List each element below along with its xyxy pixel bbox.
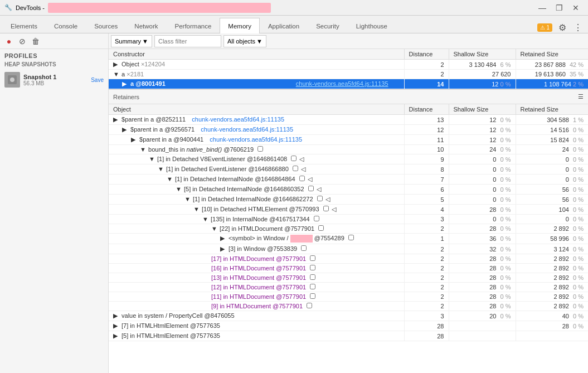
table-row[interactable]: ▼ bound_this in native_bind() @7606219 1… (109, 145, 588, 154)
class-filter-input[interactable] (154, 35, 221, 47)
node-checkbox[interactable] (317, 196, 323, 201)
shallow-cell: 0 0 % (449, 185, 516, 195)
stop-button[interactable]: ⊘ (17, 36, 28, 47)
node-checkbox[interactable] (310, 284, 315, 289)
table-row[interactable]: ▶ <symbol> in Window / @7554289 1 36 0 %… (109, 234, 588, 244)
node-checkbox[interactable] (318, 225, 324, 231)
close-button[interactable]: ✕ (568, 2, 584, 14)
expand-arrow-icon[interactable]: ▶ (220, 245, 227, 253)
expand-arrow-icon[interactable]: ▼ (193, 206, 200, 212)
table-row[interactable]: [13] in HTMLDocument @7577901 2 28 0 % 2… (109, 273, 588, 283)
table-row[interactable]: ▶ [3] in Window @7553839 2 32 0 % 3 124 … (109, 244, 588, 254)
table-row[interactable]: ▼ [10] in Detached HTMLElement @7570993 … (109, 205, 588, 215)
snapshot-item[interactable]: Snapshot 1 56.3 MB Save (0, 70, 108, 90)
table-row[interactable]: ▼ [22] in HTMLDocument @7577901 2 28 0 %… (109, 224, 588, 234)
table-row[interactable]: ▶ Object ×124204 2 3 130 484 6 % 23 867 … (109, 60, 588, 70)
record-button[interactable]: ● (3, 36, 14, 47)
chunk-link[interactable]: chunk-vendors.aea5fd64.js:11135 (296, 80, 388, 87)
table-row[interactable]: ▼ [1] in Detached EventListener @1646866… (109, 164, 588, 175)
node-checkbox[interactable] (310, 255, 315, 261)
minimize-button[interactable]: — (534, 2, 550, 14)
expand-arrow-icon[interactable]: ▶ (220, 235, 227, 242)
expand-arrow-icon[interactable]: ▼ (140, 146, 147, 153)
expand-arrow-icon[interactable]: ▶ (113, 322, 120, 330)
expand-arrow-icon[interactable]: ▼ (167, 176, 173, 182)
tab-memory[interactable]: Memory (220, 18, 260, 33)
retained-cell: 304 588 1 % (516, 115, 588, 125)
table-row[interactable]: [16] in HTMLDocument @7577901 2 28 0 % 2… (109, 264, 588, 273)
table-row[interactable]: ▼ [1] in Detached InternalNode @16468648… (109, 175, 588, 185)
table-row[interactable]: ▶ [7] in HTMLHtmlElement @7577635 28 28 … (109, 321, 588, 331)
top-table-scroll[interactable]: Constructor Distance Shallow Size Retain… (109, 49, 588, 90)
heap-snapshots-label: HEAP SNAPSHOTS (0, 60, 108, 70)
table-row[interactable]: ▼ [135] in InternalNode @4167517344 3 0 … (109, 215, 588, 224)
all-objects-dropdown[interactable]: All objects ▼ (223, 35, 266, 47)
expand-arrow-icon[interactable]: ▼ (158, 166, 164, 172)
table-row[interactable]: ▶ $parent in a @8252111 chunk-vendors.ae… (109, 115, 588, 125)
node-checkbox[interactable] (293, 166, 298, 171)
tab-application[interactable]: Application (260, 18, 308, 33)
node-checkbox[interactable] (307, 303, 312, 308)
tab-performance[interactable]: Performance (167, 18, 220, 33)
table-row[interactable]: ▼ [1] in Detached InternalNode @16468622… (109, 195, 588, 205)
tab-elements[interactable]: Elements (2, 18, 46, 33)
expand-arrow-icon[interactable]: ▼ (149, 156, 155, 162)
summary-dropdown[interactable]: Summary ▼ (111, 35, 152, 47)
expand-arrow-icon[interactable]: ▼ (202, 216, 209, 222)
tab-network[interactable]: Network (126, 18, 166, 33)
node-checkbox[interactable] (301, 245, 307, 251)
tab-lighthouse[interactable]: Lighthouse (348, 18, 396, 33)
tab-security[interactable]: Security (308, 18, 348, 33)
object-cell: ▶ $parent in a @9400441 chunk-vendors.ae… (109, 135, 404, 145)
shallow-cell: 12 0 % (449, 135, 516, 145)
shallow-cell: 0 0 % (449, 215, 516, 224)
expand-arrow-icon[interactable]: ▼ (211, 225, 218, 232)
table-row[interactable]: ▶ $parent in a @9256571 chunk-vendors.ae… (109, 125, 588, 135)
link[interactable]: chunk-vendors.aea5fd64.js:11135 (192, 116, 284, 123)
expand-arrow-icon[interactable]: ▼ (176, 186, 182, 192)
shallow-cell: 0 0 % (449, 175, 516, 185)
node-checkbox[interactable] (308, 186, 314, 191)
node-checkbox[interactable] (257, 146, 263, 152)
tab-sources[interactable]: Sources (86, 18, 126, 33)
table-row[interactable]: ▶ value in system / PropertyCell @847605… (109, 311, 588, 321)
table-row[interactable]: ▶ $parent in a @9400441 chunk-vendors.ae… (109, 135, 588, 145)
top-table: Constructor Distance Shallow Size Retain… (109, 49, 588, 89)
more-button[interactable]: ⋮ (572, 22, 584, 33)
node-checkbox[interactable] (310, 274, 315, 280)
table-row[interactable]: ▼ a ×2181 2 27 620 19 613 860 35 % (109, 70, 588, 79)
table-row[interactable]: [12] in HTMLDocument @7577901 2 28 0 % 2… (109, 283, 588, 292)
node-checkbox[interactable] (323, 206, 329, 211)
table-row[interactable]: [9] in HTMLDocument @7577901 2 28 0 % 2 … (109, 302, 588, 311)
node-checkbox[interactable] (310, 265, 315, 270)
expand-arrow-icon[interactable]: ▶ (122, 126, 129, 133)
expand-arrow-icon[interactable]: ▶ (113, 332, 120, 340)
expand-arrow-icon[interactable]: ▶ (122, 80, 129, 88)
expand-arrow-icon[interactable]: ▶ (131, 136, 138, 143)
expand-arrow-icon[interactable]: ▶ (113, 116, 120, 123)
node-checkbox[interactable] (314, 216, 319, 221)
table-row-selected[interactable]: ▶ a @8001491 chunk-vendors.aea5fd64.js:1… (109, 79, 588, 89)
save-button[interactable]: Save (91, 77, 104, 83)
node-checkbox[interactable] (310, 293, 315, 299)
expand-arrow-icon[interactable]: ▼ (113, 71, 120, 77)
pink-value (290, 235, 313, 243)
table-row[interactable]: [17] in HTMLDocument @7577901 2 28 0 % 2… (109, 254, 588, 264)
bottom-table-scroll[interactable]: Object Distance Shallow Size Retained Si… (109, 104, 588, 373)
node-checkbox[interactable] (299, 176, 305, 181)
clear-button[interactable]: 🗑 (30, 36, 41, 47)
table-row[interactable]: ▼ [1] in Detached V8EventListener @16468… (109, 154, 588, 164)
maximize-button[interactable]: ❐ (551, 2, 567, 14)
node-checkbox[interactable] (348, 235, 354, 240)
expand-arrow-icon[interactable]: ▼ (184, 196, 191, 202)
node-checkbox[interactable] (291, 156, 297, 161)
tab-console[interactable]: Console (46, 18, 86, 33)
table-row[interactable]: ▶ [5] in HTMLHtmlElement @7577635 28 (109, 331, 588, 341)
link[interactable]: chunk-vendors.aea5fd64.js:11135 (210, 136, 302, 143)
expand-arrow-icon[interactable]: ▶ (113, 61, 120, 68)
link[interactable]: chunk-vendors.aea5fd64.js:11135 (201, 126, 293, 133)
table-row[interactable]: ▼ [5] in Detached InternalNode @16468603… (109, 185, 588, 195)
table-row[interactable]: [11] in HTMLDocument @7577901 2 28 0 % 2… (109, 292, 588, 302)
settings-button[interactable]: ⚙ (557, 22, 568, 33)
expand-arrow-icon[interactable]: ▶ (113, 312, 120, 319)
